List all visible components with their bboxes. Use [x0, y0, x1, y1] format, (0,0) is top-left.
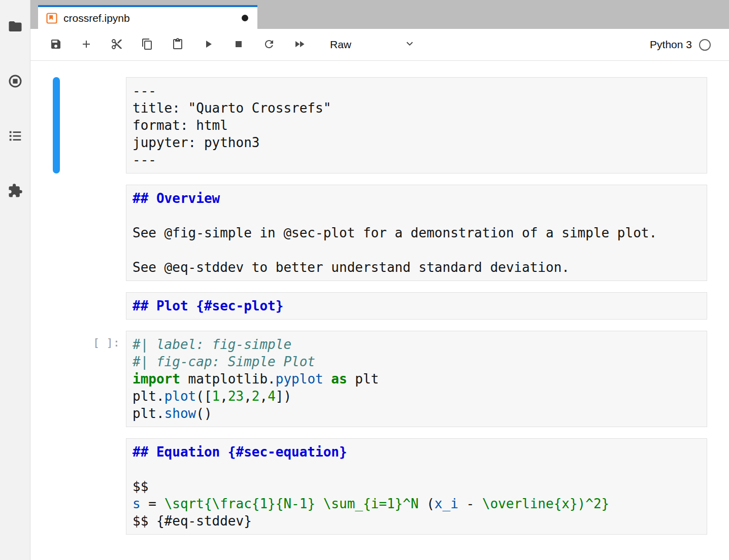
- kernel-status-indicator[interactable]: [699, 39, 711, 51]
- restart-kernel-button[interactable]: [258, 33, 280, 56]
- restart-run-all-button[interactable]: [288, 33, 311, 56]
- code-line: See @eq-stddev to better understand stan…: [132, 259, 701, 276]
- activity-sidebar: [0, 0, 30, 560]
- main-area: crossref.ipynb: [30, 0, 729, 560]
- code-line: import matplotlib.pyplot as plt: [132, 370, 701, 388]
- markdown-cell-equation: ## Equation {#sec-equation} $$ s = \sqrt…: [53, 438, 707, 535]
- unsaved-changes-indicator[interactable]: [242, 15, 248, 21]
- code-line: $$: [132, 478, 701, 495]
- code-text: ,: [260, 389, 268, 404]
- cell-collapser[interactable]: [53, 438, 60, 535]
- code-text: (): [196, 406, 212, 421]
- insert-cell-button[interactable]: [75, 33, 97, 56]
- cell-prompt: [60, 292, 126, 320]
- markdown-text: $$ {#eq-stddev}: [132, 513, 252, 529]
- markdown-text: $$: [132, 479, 148, 494]
- save-button[interactable]: [45, 33, 67, 56]
- raw-cell-frontmatter: --- title: "Quarto Crossrefs" format: ht…: [53, 77, 707, 173]
- code-line: [132, 241, 701, 259]
- copy-cells-button[interactable]: [136, 33, 158, 56]
- notebook-file-icon: [46, 13, 57, 24]
- markdown-text: See @fig-simple in @sec-plot for a demon…: [132, 225, 657, 240]
- code-line: ## Equation {#sec-equation}: [132, 443, 701, 461]
- code-line: plt.show(): [132, 405, 701, 422]
- extensions-button[interactable]: [7, 183, 24, 200]
- cell-editor[interactable]: ## Equation {#sec-equation} $$ s = \sqrt…: [126, 438, 707, 535]
- markdown-header-text: ## Overview: [132, 191, 220, 206]
- cell-prompt: [60, 185, 126, 281]
- code-text: jupyter: python3: [132, 135, 259, 150]
- notebook-toolbar: Raw Python 3: [30, 29, 729, 61]
- chevron-down-icon: [404, 38, 415, 52]
- code-line: See @fig-simple in @sec-plot for a demon…: [132, 224, 701, 241]
- kernel-name[interactable]: Python 3: [650, 39, 692, 51]
- cell-editor[interactable]: --- title: "Quarto Crossrefs" format: ht…: [126, 77, 707, 173]
- code-line: $$ {#eq-stddev}: [132, 512, 701, 530]
- code-text: import: [132, 371, 180, 387]
- jupyterlab-window: crossref.ipynb: [0, 0, 729, 560]
- running-sessions-icon: [8, 74, 23, 90]
- math-text: (: [426, 496, 435, 511]
- code-line: [132, 461, 701, 478]
- code-text: plt.: [132, 389, 164, 404]
- cell-prompt: [60, 77, 126, 173]
- code-text: ]): [276, 389, 291, 404]
- code-line: s = \sqrt{\frac{1}{N-1} \sum_{i=1}^N (x_…: [132, 495, 701, 512]
- code-line: #| label: fig-simple: [132, 336, 701, 353]
- code-text: pyplot: [276, 371, 323, 387]
- cell-collapser[interactable]: [53, 331, 60, 427]
- math-text: s: [132, 496, 141, 511]
- execution-prompt: [ ]:: [60, 331, 126, 427]
- table-of-contents-button[interactable]: [7, 128, 24, 145]
- cell-editor[interactable]: #| label: fig-simple #| fig-cap: Simple …: [126, 331, 707, 427]
- running-sessions-button[interactable]: [7, 73, 24, 90]
- code-text: title: "Quarto Crossrefs": [132, 100, 331, 116]
- cell-editor[interactable]: ## Plot {#sec-plot}: [126, 292, 707, 320]
- file-browser-button[interactable]: [7, 18, 24, 36]
- cell-collapser[interactable]: [53, 292, 60, 320]
- interrupt-kernel-button[interactable]: [227, 33, 250, 56]
- code-text: 2: [252, 389, 260, 404]
- run-cell-button[interactable]: [197, 33, 219, 56]
- code-line: ## Plot {#sec-plot}: [132, 297, 701, 314]
- copy-icon: [141, 38, 153, 52]
- code-line: title: "Quarto Crossrefs": [132, 99, 701, 117]
- code-text: as: [331, 371, 347, 387]
- code-text: format: html: [132, 118, 228, 133]
- code-text: ---: [132, 83, 156, 98]
- markdown-header-text: ## Equation {#sec-equation}: [132, 444, 347, 460]
- code-text: #| fig-cap: Simple Plot: [132, 354, 315, 369]
- code-text: ---: [132, 152, 156, 167]
- cell-prompt: [60, 438, 126, 535]
- plus-icon: [80, 38, 92, 52]
- notebook-tab[interactable]: crossref.ipynb: [38, 5, 257, 29]
- code-line: [132, 207, 701, 224]
- code-text: ([: [196, 389, 212, 404]
- math-text: \sqrt{\frac{1}{N-1} \sum_{i=1}^N: [164, 496, 427, 511]
- stop-icon: [233, 38, 245, 52]
- paste-cells-button[interactable]: [167, 33, 189, 56]
- cell-collapser[interactable]: [53, 77, 60, 173]
- math-text: x_i: [435, 496, 458, 511]
- cell-editor[interactable]: ## Overview See @fig-simple in @sec-plot…: [126, 185, 707, 281]
- tab-title: crossref.ipynb: [63, 12, 130, 24]
- code-line: plt.plot([1,23,2,4]): [132, 388, 701, 405]
- code-line: ---: [132, 151, 701, 168]
- cut-cells-button[interactable]: [106, 33, 128, 56]
- notebook-panel: --- title: "Quarto Crossrefs" format: ht…: [30, 61, 729, 560]
- math-text: -: [458, 496, 482, 511]
- play-icon: [202, 38, 214, 52]
- markdown-header-text: ## Plot {#sec-plot}: [132, 298, 283, 313]
- fast-forward-icon: [293, 38, 306, 52]
- extensions-puzzle-icon: [8, 183, 23, 200]
- code-text: [323, 371, 332, 387]
- code-line: format: html: [132, 117, 701, 134]
- code-text: 23: [228, 389, 244, 404]
- code-text: 4: [268, 389, 276, 404]
- cell-type-dropdown[interactable]: Raw: [330, 38, 415, 52]
- code-cell-plot: [ ]: #| label: fig-simple #| fig-cap: Si…: [53, 331, 707, 427]
- code-text: show: [164, 406, 196, 421]
- cell-collapser[interactable]: [53, 185, 60, 281]
- math-text: =: [141, 496, 164, 511]
- code-line: ## Overview: [132, 190, 701, 207]
